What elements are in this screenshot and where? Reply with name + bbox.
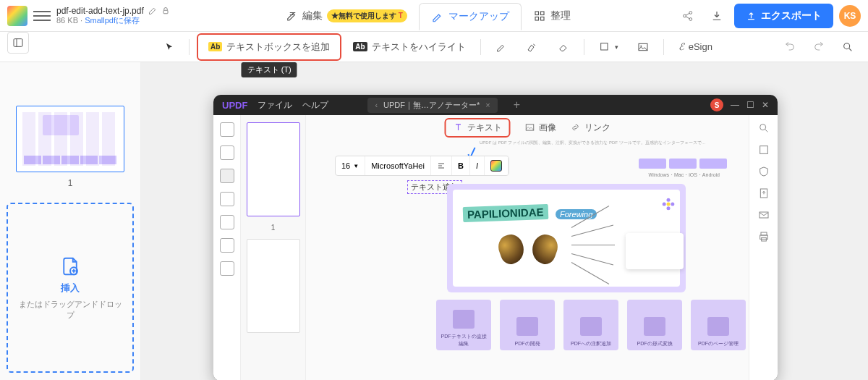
svg-point-16 <box>667 198 671 202</box>
updf-avatar[interactable]: S <box>710 98 723 111</box>
pen-tool[interactable] <box>488 36 514 58</box>
card-4[interactable]: PDFの形式変換 <box>627 300 682 350</box>
search-button[interactable] <box>835 36 861 58</box>
mail-icon[interactable] <box>758 209 770 221</box>
updf-tool-7[interactable] <box>220 261 234 276</box>
file-add-icon <box>59 256 81 277</box>
upload-icon <box>746 10 757 21</box>
card-3[interactable]: PDFへの注釈追加 <box>563 300 618 350</box>
updf-body-text: UPDF は PDF ファイルの閲覧、編集、注釈、変換ができる強力な PDF ツ… <box>480 140 727 145</box>
tab-organize[interactable]: 整理 <box>522 2 582 30</box>
svg-rect-14 <box>526 124 534 130</box>
svg-point-7 <box>689 17 692 20</box>
papilio-label: PAPILIONIDAE <box>463 204 548 222</box>
save-link[interactable]: Smallpdfに保存 <box>85 16 140 25</box>
updf-menu-help[interactable]: ヘルプ <box>302 99 328 111</box>
add-textbox-highlight-group: Ab テキストボックスを追加 テキスト (T) <box>197 33 341 61</box>
page-thumbnail[interactable] <box>16 106 124 172</box>
updf-tool-3[interactable] <box>220 169 234 183</box>
svg-rect-21 <box>760 146 767 154</box>
tab-edit-label: 編集 <box>302 9 323 22</box>
share-button[interactable] <box>676 4 699 28</box>
protect-icon[interactable] <box>758 166 770 177</box>
minimize-icon[interactable]: — <box>731 100 739 110</box>
card-5[interactable]: PDFのページ管理 <box>691 300 746 350</box>
insert-title: 挿入 <box>61 282 80 295</box>
file-info: pdf-edit-add-text-jp.pdf 86 KB · Smallpd… <box>56 6 179 26</box>
updf-image-tool[interactable]: 画像 <box>525 122 556 134</box>
new-tab-button[interactable]: + <box>514 98 520 111</box>
tab-organize-label: 整理 <box>550 9 571 22</box>
color-button[interactable] <box>485 156 509 175</box>
updf-tool-6[interactable] <box>220 238 234 253</box>
svg-point-18 <box>663 203 666 206</box>
user-avatar[interactable]: KS <box>839 5 861 27</box>
share-doc-icon[interactable] <box>758 187 770 199</box>
updf-menu-file[interactable]: ファイル <box>258 99 292 111</box>
file-name: pdf-edit-add-text-jp.pdf <box>56 6 144 16</box>
tab-edit[interactable]: 編集 ★無料で使用します T <box>273 2 419 30</box>
updf-tool-4[interactable] <box>220 192 234 206</box>
svg-rect-23 <box>760 212 768 218</box>
undo-button[interactable] <box>777 36 803 58</box>
align-button[interactable] <box>431 156 452 175</box>
file-size: 86 KB <box>56 16 78 25</box>
redo-button[interactable] <box>806 36 832 58</box>
export-button[interactable]: エクスポート <box>734 4 833 28</box>
bold-button[interactable]: B <box>452 156 470 175</box>
esign-button[interactable]: ℰeSign <box>671 36 720 58</box>
tab-markup-label: マークアップ <box>448 10 509 23</box>
forewing-label: Forewing <box>556 209 597 219</box>
sidebar-toggle[interactable] <box>7 32 29 54</box>
shape-tool[interactable]: ▾ <box>592 36 626 58</box>
insert-dropzone[interactable]: 挿入 またはドラッグアンドドロップ <box>7 203 134 373</box>
italic-button[interactable]: I <box>470 156 485 175</box>
highlight-text-button[interactable]: Ab テキストをハイライト <box>346 36 472 58</box>
free-badge: ★無料で使用します T <box>327 9 407 22</box>
font-size-select[interactable]: 16 ▼ <box>336 156 365 175</box>
search-icon[interactable] <box>758 122 770 134</box>
svg-rect-2 <box>540 12 544 15</box>
close-window-icon[interactable]: ✕ <box>762 100 769 110</box>
svg-point-20 <box>760 124 765 130</box>
edit-icon[interactable] <box>148 7 157 15</box>
menu-toggle[interactable] <box>33 7 51 25</box>
tooltip: テキスト (T) <box>242 62 297 77</box>
platforms-text: Windows・Mac・iOS・Android <box>649 172 720 179</box>
markup-icon <box>431 10 444 23</box>
eraser-tool[interactable] <box>550 36 576 58</box>
updf-link-tool[interactable]: リンク <box>571 122 610 134</box>
updf-tool-5[interactable] <box>220 215 234 229</box>
updf-tool-1[interactable] <box>220 122 234 137</box>
add-textbox-button[interactable]: Ab テキストボックスを追加 <box>201 36 337 58</box>
svg-point-15 <box>667 203 671 206</box>
svg-rect-24 <box>761 232 767 235</box>
image-tool[interactable] <box>630 36 656 58</box>
highlighter-tool[interactable] <box>519 36 546 58</box>
updf-tool-2[interactable] <box>220 145 234 160</box>
updf-document-tab[interactable]: ‹UPDF｜無…アノテーター*× <box>367 98 497 113</box>
print-icon[interactable] <box>758 231 770 242</box>
close-icon[interactable]: × <box>485 101 490 109</box>
font-family-select[interactable]: MicrosoftYaHei <box>365 156 431 175</box>
highlight-text-label: テキストをハイライト <box>372 41 466 54</box>
cursor-tool[interactable] <box>157 36 182 58</box>
ab-dark-icon: Ab <box>353 42 367 51</box>
svg-rect-3 <box>535 17 539 20</box>
ocr-icon[interactable] <box>758 144 770 156</box>
svg-rect-0 <box>163 10 168 14</box>
card-1[interactable]: PDFテキストの直接編集 <box>436 300 491 350</box>
tab-markup[interactable]: マークアップ <box>419 3 522 30</box>
download-button[interactable] <box>705 4 728 28</box>
updf-thumb-1[interactable] <box>247 122 300 216</box>
thumbnails-panel: 1 挿入 またはドラッグアンドドロップ <box>0 62 141 380</box>
updf-thumb-2[interactable] <box>247 239 300 333</box>
add-textbox-label: テキストボックスを追加 <box>226 41 330 54</box>
side-card <box>626 233 684 269</box>
svg-point-12 <box>844 43 850 48</box>
card-2[interactable]: PDFの開発 <box>500 300 555 350</box>
maximize-icon[interactable]: ☐ <box>746 100 754 110</box>
updf-text-tool[interactable]: テキスト <box>445 118 511 138</box>
updf-right-toolbar <box>749 115 778 380</box>
flower-icon <box>661 197 676 211</box>
